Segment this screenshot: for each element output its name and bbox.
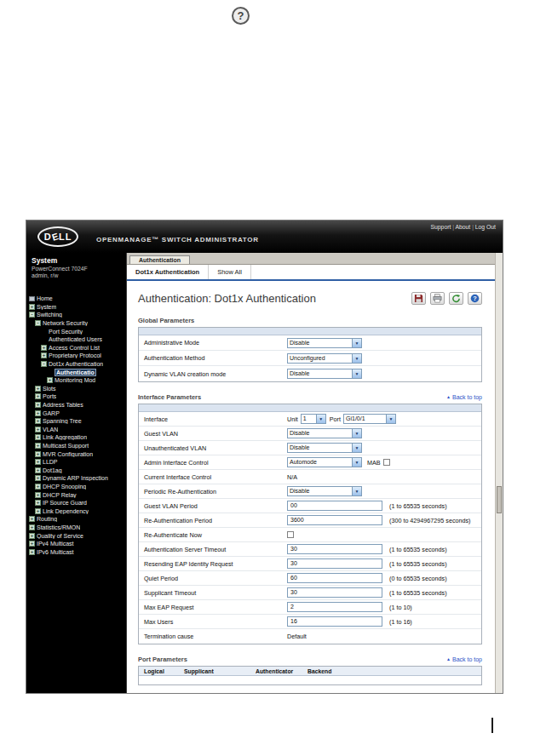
expand-icon[interactable]: +	[29, 533, 35, 539]
sidebar-item-authenticatio[interactable]: +Authenticatio	[26, 368, 126, 376]
expand-icon[interactable]: +	[41, 345, 47, 351]
sidebar-item-slots[interactable]: +Slots	[26, 385, 126, 393]
expand-icon[interactable]: +	[35, 475, 41, 481]
dynamic-vlan-creation-mode-select[interactable]: Disable▼	[287, 369, 362, 379]
chevron-down-icon[interactable]: ▼	[352, 487, 361, 495]
guest-vlan-select[interactable]: Disable▼	[287, 428, 362, 438]
sidebar-item-switching[interactable]: -Switching	[26, 311, 126, 319]
guest-vlan-period-input[interactable]: 00	[287, 501, 382, 511]
sidebar-item-access-control-list[interactable]: +Access Control List	[26, 344, 126, 352]
sidebar-item-ports[interactable]: +Ports	[26, 392, 126, 401]
resending-eap-identity-request-input[interactable]: 30	[287, 558, 382, 569]
expand-icon[interactable]: +	[35, 459, 41, 465]
expand-icon[interactable]: +	[35, 451, 41, 457]
header-link-about[interactable]: About	[456, 224, 471, 230]
unit-select[interactable]: 1▼	[301, 414, 326, 424]
expand-icon[interactable]: +	[35, 386, 41, 392]
unauthenticated-vlan-select[interactable]: Disable▼	[287, 443, 362, 453]
tab-authentication[interactable]: Authentication	[129, 255, 190, 264]
port-select[interactable]: Gi1/0/1▼	[343, 414, 396, 424]
expand-icon[interactable]: +	[29, 304, 35, 310]
expand-icon[interactable]: +	[35, 393, 41, 399]
sidebar-item-home[interactable]: Home	[26, 295, 126, 303]
chevron-down-icon[interactable]: ▼	[352, 429, 361, 438]
sidebar-item-port-security[interactable]: +Port Security	[26, 327, 126, 335]
help-button[interactable]: ?	[468, 292, 482, 305]
sidebar-item-monitoring-mod[interactable]: +Monitoring Mod	[26, 376, 126, 385]
mab-checkbox[interactable]	[383, 459, 390, 466]
refresh-button[interactable]	[449, 292, 463, 305]
expand-icon[interactable]: +	[29, 549, 35, 555]
tab-dot1x-authentication[interactable]: Dot1x Authentication	[127, 265, 209, 279]
save-button[interactable]	[411, 292, 426, 305]
sidebar-item-dynamic-arp-inspection[interactable]: +Dynamic ARP Inspection	[26, 474, 126, 483]
collapse-icon[interactable]: -	[41, 361, 47, 367]
authentication-server-timeout-input[interactable]: 30	[287, 544, 382, 554]
expand-icon[interactable]: +	[29, 516, 35, 522]
max-eap-request-input[interactable]: 2	[287, 602, 382, 612]
chevron-down-icon[interactable]: ▼	[352, 444, 361, 452]
expand-icon[interactable]: +	[29, 524, 35, 530]
vertical-scrollbar[interactable]	[495, 253, 503, 693]
expand-icon[interactable]: +	[35, 402, 41, 408]
sidebar-item-proprietary-protocol[interactable]: +Proprietary Protocol	[26, 352, 126, 360]
expand-icon[interactable]: +	[35, 467, 41, 473]
header-link-support[interactable]: Support	[431, 224, 451, 230]
expand-icon[interactable]: +	[35, 484, 41, 490]
sidebar-item-lldp[interactable]: +LLDP	[26, 458, 126, 467]
sidebar-item-dot1ag[interactable]: +Dot1ag	[26, 466, 126, 474]
header-link-log-out[interactable]: Log Out	[475, 224, 496, 230]
chevron-down-icon[interactable]: ▼	[352, 369, 361, 378]
sidebar-item-link-aggregation[interactable]: +Link Aggregation	[26, 433, 126, 442]
sidebar-item-dot1x-authentication[interactable]: -Dot1x Authentication	[26, 360, 126, 369]
back-to-top-link[interactable]: ▲ Back to top	[446, 394, 482, 400]
expand-icon[interactable]: +	[35, 427, 41, 432]
sidebar-item-spanning-tree[interactable]: +Spanning Tree	[26, 417, 126, 426]
back-to-top-link[interactable]: ▲ Back to top	[446, 656, 482, 662]
sidebar-item-quality-of-service[interactable]: +Quality of Service	[26, 531, 126, 540]
periodic-re-authentication-select[interactable]: Disable▼	[287, 486, 362, 496]
sidebar-item-routing[interactable]: +Routing	[26, 515, 126, 524]
chevron-down-icon[interactable]: ▼	[352, 354, 361, 363]
sidebar-item-dhcp-relay[interactable]: +DHCP Relay	[26, 490, 126, 499]
quiet-period-input[interactable]: 60	[287, 573, 382, 583]
supplicant-timeout-input[interactable]: 30	[287, 587, 382, 598]
re-authentication-period-input[interactable]: 3600	[287, 515, 382, 525]
expand-icon[interactable]: +	[35, 418, 41, 424]
sidebar-item-ipv4-multicast[interactable]: +IPv4 Multicast	[26, 540, 126, 548]
admin-interface-control-select[interactable]: Automode▼	[287, 457, 362, 467]
sidebar-item-dhcp-snooping[interactable]: +DHCP Snooping	[26, 483, 126, 491]
sidebar-item-ipv6-multicast[interactable]: +IPv6 Multicast	[26, 547, 126, 556]
expand-icon[interactable]: +	[41, 352, 47, 358]
collapse-icon[interactable]: -	[29, 312, 35, 318]
sidebar-item-address-tables[interactable]: +Address Tables	[26, 401, 126, 410]
collapse-icon[interactable]: -	[35, 320, 41, 326]
sidebar-item-vlan[interactable]: +VLAN	[26, 426, 126, 434]
expand-icon[interactable]: +	[29, 541, 35, 547]
expand-icon[interactable]: +	[47, 377, 53, 383]
max-users-input[interactable]: 16	[287, 616, 382, 627]
expand-icon[interactable]: +	[35, 443, 41, 449]
sidebar-item-ip-source-guard[interactable]: +IP Source Guard	[26, 499, 126, 507]
chevron-down-icon[interactable]: ▼	[352, 458, 361, 467]
expand-icon[interactable]: +	[35, 492, 41, 498]
sidebar-item-mvr-configuration[interactable]: +MVR Configuration	[26, 450, 126, 458]
chevron-down-icon[interactable]: ▼	[352, 339, 361, 347]
sidebar-item-authenticated-users[interactable]: +Authenticated Users	[26, 335, 126, 344]
sidebar-item-statistics-rmon[interactable]: +Statistics/RMON	[26, 524, 126, 532]
chevron-down-icon[interactable]: ▼	[316, 415, 325, 423]
expand-icon[interactable]: +	[35, 500, 41, 506]
print-button[interactable]	[430, 292, 445, 305]
administrative-mode-select[interactable]: Disable▼	[287, 338, 362, 348]
sidebar-item-link-dependency[interactable]: +Link Dependency	[26, 507, 126, 515]
expand-icon[interactable]: +	[35, 410, 41, 416]
authentication-method-select[interactable]: Unconfigured▼	[287, 353, 362, 364]
scrollbar-thumb[interactable]	[497, 486, 502, 513]
sidebar-item-garp[interactable]: +GARP	[26, 409, 126, 417]
expand-icon[interactable]: +	[35, 434, 41, 440]
expand-icon[interactable]: +	[35, 508, 41, 514]
sidebar-item-system[interactable]: +System	[26, 303, 126, 312]
sidebar-item-network-security[interactable]: -Network Security	[26, 319, 126, 328]
re-authenticate-now-checkbox[interactable]	[287, 531, 294, 538]
sidebar-item-multicast-support[interactable]: +Multicast Support	[26, 442, 126, 450]
